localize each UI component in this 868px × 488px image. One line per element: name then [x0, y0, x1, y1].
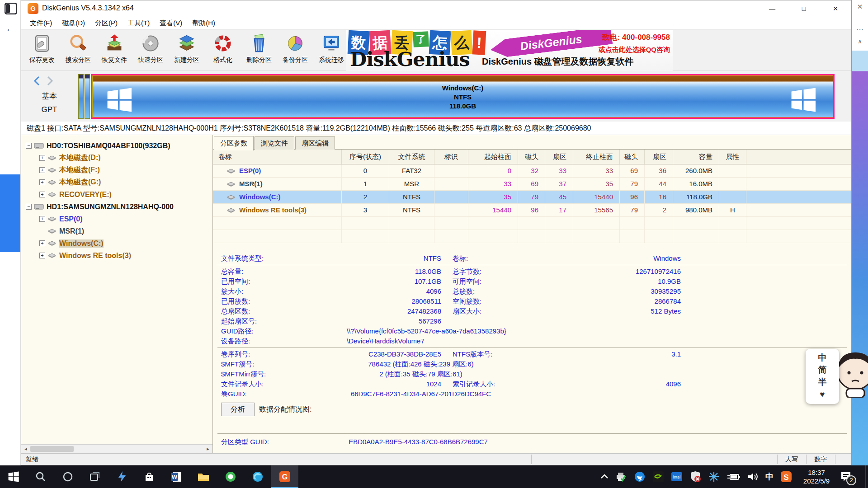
- expand-icon[interactable]: +: [39, 179, 45, 185]
- partition-sliver-msr[interactable]: [85, 74, 90, 119]
- collapse-icon[interactable]: −: [26, 143, 32, 149]
- menu-item-1[interactable]: 磁盘(D): [57, 17, 90, 29]
- tray-intel[interactable]: intel: [671, 471, 683, 483]
- pinned-app-edge[interactable]: [244, 465, 271, 488]
- backup-partition-button[interactable]: 备份分区: [277, 32, 313, 70]
- tray-snowflake[interactable]: [708, 471, 720, 483]
- start-button[interactable]: [0, 465, 27, 488]
- next-disk-arrow-icon[interactable]: [45, 75, 55, 88]
- tree-item-8[interactable]: +Windows(C:): [21, 237, 212, 249]
- ime-state-3[interactable]: ♥: [806, 388, 839, 400]
- tray-sogou[interactable]: S: [780, 471, 792, 483]
- menu-item-2[interactable]: 分区(P): [90, 17, 123, 29]
- cortana-button[interactable]: [54, 465, 81, 488]
- tree-item-1[interactable]: +本地磁盘(D:): [21, 152, 212, 164]
- analyze-button[interactable]: 分析: [221, 403, 255, 416]
- pinned-app-word[interactable]: W: [163, 465, 190, 488]
- scroll-up-icon[interactable]: ∧: [852, 38, 868, 45]
- tab-2[interactable]: 扇区编辑: [295, 136, 335, 150]
- tray-nvidia[interactable]: [652, 471, 664, 483]
- format-button[interactable]: 格式化: [205, 32, 241, 70]
- column-header-1[interactable]: 序号(状态): [342, 150, 389, 164]
- scrollbar-track[interactable]: [74, 445, 203, 453]
- ime-state-1[interactable]: 简: [806, 364, 839, 376]
- column-header-4[interactable]: 起始柱面: [468, 150, 518, 164]
- expand-icon[interactable]: +: [39, 192, 45, 197]
- collapse-icon[interactable]: −: [26, 204, 32, 210]
- column-header-6[interactable]: 扇区: [545, 150, 573, 164]
- notification-badge[interactable]: 2: [846, 475, 856, 485]
- recover-files-button[interactable]: 恢复文件: [96, 32, 132, 70]
- scroll-right-icon[interactable]: ▸: [203, 445, 212, 453]
- column-header-2[interactable]: 文件系统: [389, 150, 434, 164]
- table-row-0[interactable]: ESP(0)0FAT3203233336936260.0MB: [213, 164, 851, 178]
- minimize-button[interactable]: —: [756, 0, 788, 17]
- search-button[interactable]: [27, 465, 54, 488]
- ime-state-2[interactable]: 半: [806, 376, 839, 388]
- maximize-button[interactable]: □: [788, 0, 820, 17]
- tab-1[interactable]: 浏览文件: [255, 136, 294, 150]
- partition-sliver-esp[interactable]: [78, 74, 84, 119]
- secondary-close-icon[interactable]: ✕: [852, 3, 868, 11]
- scrollbar-thumb[interactable]: [30, 446, 74, 452]
- column-header-9[interactable]: 扇区: [645, 150, 673, 164]
- column-header-10[interactable]: 容量: [673, 150, 719, 164]
- scroll-left-icon[interactable]: ◂: [21, 445, 30, 453]
- more-options-icon[interactable]: ⋯: [852, 25, 868, 34]
- system-migration-button[interactable]: 系统迁移: [313, 32, 349, 70]
- sidebar-window-icon[interactable]: [5, 3, 17, 14]
- menu-item-4[interactable]: 查看(V): [155, 17, 187, 29]
- column-header-8[interactable]: 磁头: [620, 150, 645, 164]
- tree-item-5[interactable]: −HD1:SAMSUNGMZNLN128HAHQ-000: [21, 201, 212, 213]
- column-header-7[interactable]: 终止柱面: [573, 150, 620, 164]
- menu-item-0[interactable]: 文件(F): [25, 17, 57, 29]
- column-header-3[interactable]: 标识: [434, 150, 468, 164]
- tree-item-9[interactable]: +Windows RE tools(3): [21, 249, 212, 262]
- tab-0[interactable]: 分区参数: [214, 136, 254, 150]
- column-header-0[interactable]: 卷标: [213, 150, 342, 164]
- tray-battery[interactable]: [726, 472, 740, 481]
- banner-qq-link[interactable]: 或点击此处选择QQ咨询: [599, 46, 670, 54]
- menu-item-3[interactable]: 工具(T): [123, 17, 155, 29]
- tree-item-4[interactable]: +RECOVERY(E:): [21, 188, 212, 201]
- tree-item-2[interactable]: +本地磁盘(F:): [21, 164, 212, 176]
- expand-icon[interactable]: +: [39, 155, 45, 161]
- table-row-2[interactable]: Windows(C:)2NTFS357945154409616118.0GB: [213, 191, 851, 204]
- tree-item-7[interactable]: MSR(1): [21, 225, 212, 237]
- back-arrow-icon[interactable]: ←: [5, 23, 15, 34]
- show-desktop-button[interactable]: [865, 465, 868, 488]
- column-header-12[interactable]: [746, 150, 851, 164]
- pinned-app-browser360[interactable]: [217, 465, 244, 488]
- quick-partition-button[interactable]: 快速分区: [132, 32, 169, 70]
- search-partition-button[interactable]: 搜索分区: [60, 32, 96, 70]
- tray-chevron-up[interactable]: [600, 474, 609, 480]
- pinned-app-explorer[interactable]: [190, 465, 217, 488]
- tray-volume[interactable]: [747, 472, 759, 482]
- tree-item-6[interactable]: +ESP(0): [21, 213, 212, 225]
- expand-icon[interactable]: +: [39, 240, 45, 246]
- column-header-11[interactable]: 属性: [719, 150, 746, 164]
- prev-disk-arrow-icon[interactable]: [32, 75, 42, 88]
- ad-banner[interactable]: 数据丢了怎么! DiskGenius DiskGenius 致电: 400-00…: [346, 30, 673, 71]
- pinned-app-lightning[interactable]: [108, 465, 136, 488]
- close-button[interactable]: ✕: [820, 0, 851, 17]
- pinned-app-store[interactable]: [136, 465, 163, 488]
- ime-state-0[interactable]: 中: [806, 352, 839, 364]
- partition-box-windows-c[interactable]: Windows(C:) NTFS 118.0GB: [91, 74, 835, 119]
- taskbar-clock[interactable]: 18:37 2022/5/9: [795, 468, 838, 485]
- expand-icon[interactable]: +: [39, 216, 45, 222]
- delete-partition-button[interactable]: 删除分区: [241, 32, 277, 70]
- table-row-3[interactable]: Windows RE tools(3)3NTFS1544096171556579…: [213, 204, 851, 217]
- tray-ime-zh[interactable]: 中: [765, 471, 774, 482]
- column-header-5[interactable]: 磁头: [518, 150, 545, 164]
- tree-item-3[interactable]: +本地磁盘(G:): [21, 176, 212, 188]
- taskbar-app-diskgenius[interactable]: G: [271, 465, 298, 488]
- new-partition-button[interactable]: 新建分区: [169, 32, 205, 70]
- save-changes-button[interactable]: 保存更改: [24, 32, 60, 70]
- menu-item-5[interactable]: 帮助(H): [187, 17, 220, 29]
- expand-icon[interactable]: +: [39, 167, 45, 173]
- tray-defender[interactable]: [689, 471, 701, 483]
- table-row-1[interactable]: MSR(1)1MSR33693735794416.0MB: [213, 178, 851, 191]
- expand-icon[interactable]: +: [39, 253, 45, 258]
- tray-printer[interactable]: [615, 471, 627, 482]
